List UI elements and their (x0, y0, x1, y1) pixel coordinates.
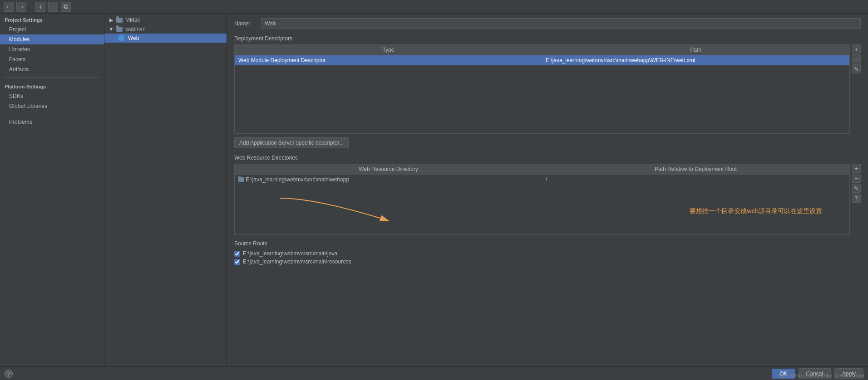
dd-row-0[interactable]: Web Module Deployment Descriptor E:\java… (235, 55, 849, 65)
wrd-table-header: Web Resource Directory Path Relative to … (235, 164, 849, 175)
dd-side-buttons: + − ✎ (852, 44, 861, 73)
wrd-table: Web Resource Directory Path Relative to … (234, 164, 850, 235)
bottom-bar: ? OK Cancel Apply (0, 366, 868, 380)
tree-item-mmall-label: MMall (125, 17, 140, 23)
sidebar: Project Settings Project Modules Librari… (0, 14, 104, 366)
sidebar-divider (5, 77, 99, 78)
project-settings-title: Project Settings (0, 14, 104, 24)
tree-item-web[interactable]: Web (104, 34, 227, 43)
folder-icon-2 (116, 27, 123, 32)
wrd-col-path: Path Relative to Deployment Root (542, 164, 849, 174)
sidebar-item-global-libraries[interactable]: Global Libraries (0, 101, 104, 111)
add-button[interactable]: + (35, 2, 45, 12)
wrd-side-buttons: + − ✎ ? (852, 164, 861, 203)
content-panel: Name: Deployment Descriptors Type Path W… (227, 14, 868, 366)
dd-edit-btn[interactable]: ✎ (852, 64, 861, 73)
expand-icon: ▶ (108, 17, 114, 23)
sidebar-item-sdks[interactable]: SDKs (0, 91, 104, 101)
bottom-left: ? (5, 370, 13, 378)
remove-button[interactable]: − (48, 2, 58, 12)
copy-button[interactable]: ⧉ (61, 2, 71, 12)
deployment-descriptors-section: Type Path Web Module Deployment Descript… (234, 44, 861, 137)
web-icon (118, 35, 124, 41)
sidebar-item-libraries[interactable]: Libraries (0, 44, 104, 54)
web-resource-directories-title: Web Resource Directories (234, 155, 861, 161)
toolbar: ← → + − ⧉ (0, 0, 868, 14)
wrd-cell-dir-0: E:\java_learning\webmvn\src\main\webapp (235, 175, 542, 185)
wrd-dir-text: E:\java_learning\webmvn\src\main\webapp (246, 176, 349, 183)
dd-cell-type-0: Web Module Deployment Descriptor (235, 55, 542, 65)
wrd-remove-btn[interactable]: − (852, 174, 861, 183)
tree-panel: ▶ MMall ▼ webmvn Web (104, 14, 227, 366)
sidebar-item-problems[interactable]: Problems (0, 117, 104, 127)
dd-col-path: Path (542, 45, 849, 55)
wrd-col-dir: Web Resource Directory (235, 164, 542, 174)
main-container: Project Settings Project Modules Librari… (0, 14, 868, 366)
dd-add-btn[interactable]: + (852, 44, 861, 54)
tree-item-webmvn-label: webmvn (125, 26, 146, 32)
wrd-folder-icon (238, 177, 244, 182)
wrd-row-0[interactable]: E:\java_learning\webmvn\src\main\webapp … (235, 175, 849, 185)
web-resource-directories-section: Web Resource Directory Path Relative to … (234, 164, 861, 239)
source-root-checkbox-0[interactable] (234, 251, 240, 257)
wrd-edit-btn[interactable]: ✎ (852, 184, 861, 193)
wrd-add-btn[interactable]: + (852, 164, 861, 173)
dd-col-type: Type (235, 45, 542, 55)
dd-remove-btn[interactable]: − (852, 54, 861, 63)
watermark-text: https://blog.csdn.net/Sky_QiaoBa_Sum (778, 373, 864, 378)
expand-icon-2: ▼ (108, 26, 114, 32)
sidebar-item-modules[interactable]: Modules (0, 34, 104, 44)
name-input[interactable] (261, 18, 861, 29)
back-button[interactable]: ← (4, 2, 14, 12)
annotation-arrow-svg (271, 194, 407, 230)
forward-button[interactable]: → (16, 2, 26, 12)
wrd-help-btn[interactable]: ? (852, 194, 861, 203)
annotation-area: 要想把一个目录变成web源目录可以在这里设置 (235, 185, 849, 234)
wrd-cell-path-0: / (542, 175, 849, 185)
platform-settings-title: Platform Settings (0, 80, 104, 91)
deployment-descriptors-table: Type Path Web Module Deployment Descript… (234, 44, 850, 134)
source-root-label-1: E:\java_learning\webmvn\src\main\resourc… (243, 258, 351, 265)
source-roots-title: Source Roots (234, 240, 861, 247)
source-root-checkbox-1[interactable] (234, 259, 240, 265)
name-label: Name: (234, 20, 261, 27)
tree-item-web-label: Web (128, 35, 139, 41)
add-server-button[interactable]: Add Application Server specific descript… (234, 137, 349, 148)
sidebar-item-project[interactable]: Project (0, 24, 104, 34)
wrd-table-wrapper: Web Resource Directory Path Relative to … (234, 164, 850, 239)
dd-table-empty (235, 65, 849, 133)
sidebar-item-facets[interactable]: Facets (0, 54, 104, 64)
source-roots-section: Source Roots E:\java_learning\webmvn\src… (234, 240, 861, 266)
source-root-row-0: E:\java_learning\webmvn\src\main\java (234, 249, 861, 258)
source-root-label-0: E:\java_learning\webmvn\src\main\java (243, 250, 337, 257)
dd-cell-path-0: E:\java_learning\webmvn\src\main\webapp\… (542, 55, 849, 65)
dd-table-header: Type Path (235, 45, 849, 55)
name-field-row: Name: (234, 18, 861, 29)
tree-item-webmvn[interactable]: ▼ webmvn (104, 24, 227, 34)
source-root-row-1: E:\java_learning\webmvn\src\main\resourc… (234, 258, 861, 266)
annotation-text: 要想把一个目录变成web源目录可以在这里设置 (690, 207, 822, 215)
folder-icon (116, 18, 123, 23)
sidebar-divider-2 (5, 114, 99, 114)
sidebar-item-artifacts[interactable]: Artifacts (0, 64, 104, 74)
tree-item-mmall[interactable]: ▶ MMall (104, 15, 227, 24)
deployment-descriptors-title: Deployment Descriptors (234, 35, 861, 42)
help-button[interactable]: ? (5, 370, 13, 378)
deployment-descriptors-table-wrapper: Type Path Web Module Deployment Descript… (234, 44, 850, 137)
